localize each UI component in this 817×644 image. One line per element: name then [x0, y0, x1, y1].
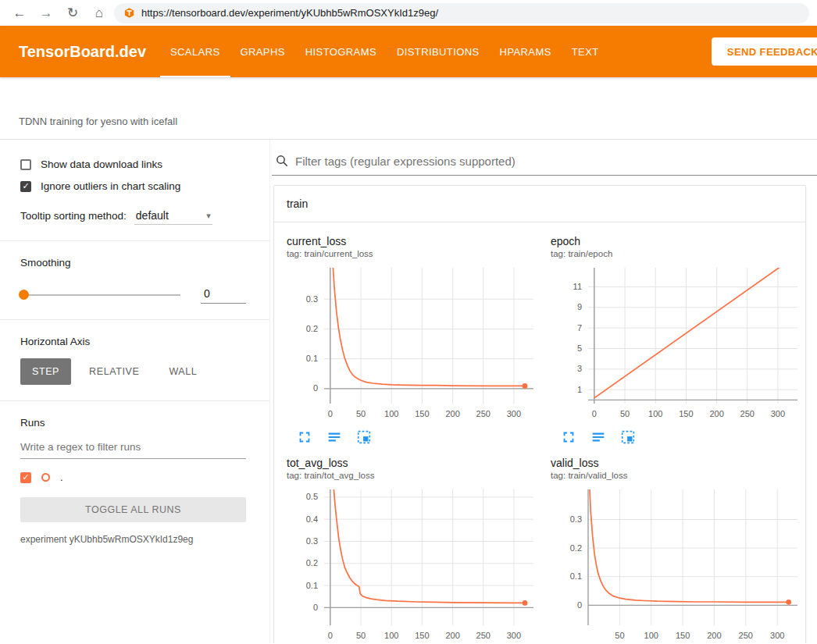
send-feedback-button[interactable]: SEND FEEDBACK: [712, 37, 817, 66]
svg-text:0.2: 0.2: [570, 543, 582, 553]
tag-group-header[interactable]: train: [274, 186, 805, 222]
svg-text:3: 3: [577, 364, 582, 373]
chart-plot[interactable]: 00.10.20.30.40.5050100150200250300: [287, 485, 538, 643]
search-icon: [275, 154, 289, 168]
experiment-note: experiment yKUbhb5wRmOSXYkId1z9eg: [20, 534, 246, 545]
checkbox-unchecked[interactable]: [20, 159, 31, 170]
chart-tag: tag: train/epoch: [551, 249, 802, 258]
svg-text:100: 100: [384, 409, 398, 418]
svg-text:50: 50: [615, 631, 624, 640]
chart-tag: tag: train/valid_loss: [551, 471, 802, 480]
chart-plot[interactable]: 1357911050100150200250300: [551, 263, 802, 427]
step-button[interactable]: STEP: [20, 358, 71, 385]
svg-text:11: 11: [573, 282, 582, 291]
forward-icon[interactable]: →: [34, 5, 58, 21]
svg-text:0.2: 0.2: [306, 558, 318, 568]
address-bar[interactable]: https://tensorboard.dev/experiment/yKUbh…: [114, 3, 809, 23]
chart-title: valid_loss: [551, 457, 802, 469]
tab-scalars[interactable]: SCALARS: [160, 26, 230, 77]
runs-label: Runs: [20, 417, 246, 429]
chart-toolbar: [551, 429, 802, 446]
svg-text:250: 250: [739, 631, 753, 640]
chart-toolbar: [287, 429, 538, 446]
tag-filter-input[interactable]: [295, 155, 815, 168]
tooltip-sorting-label: Tooltip sorting method:: [20, 210, 127, 222]
smoothing-value-field[interactable]: 0: [201, 286, 246, 304]
svg-text:0: 0: [592, 409, 597, 418]
chart-title: current_loss: [287, 235, 538, 247]
experiment-title: TDNN training for yesno with icefall: [19, 116, 177, 127]
tab-text[interactable]: TEXT: [562, 26, 609, 77]
tab-distributions[interactable]: DISTRIBUTIONS: [387, 26, 490, 77]
svg-text:0.3: 0.3: [570, 514, 582, 524]
ignore-outliers-row[interactable]: ✓ Ignore outliers in chart scaling: [20, 180, 246, 192]
svg-text:150: 150: [676, 631, 690, 640]
checkbox-label: Show data download links: [41, 158, 162, 170]
svg-text:300: 300: [507, 631, 521, 640]
runs-filter-input[interactable]: [20, 436, 246, 459]
data-table-icon[interactable]: [590, 429, 607, 446]
chart-plot[interactable]: 00.10.20.350100150200250300: [551, 485, 802, 643]
svg-text:300: 300: [507, 409, 521, 418]
tab-histograms[interactable]: HISTOGRAMS: [295, 26, 387, 77]
fullscreen-icon[interactable]: [560, 429, 577, 446]
run-color-swatch-icon: [41, 473, 50, 482]
divider: [0, 240, 269, 241]
fit-domain-icon[interactable]: [355, 429, 373, 446]
tab-graphs[interactable]: GRAPHS: [230, 26, 295, 77]
svg-text:200: 200: [709, 409, 723, 418]
horizontal-axis-label: Horizontal Axis: [20, 336, 246, 347]
svg-text:0: 0: [313, 383, 318, 393]
chart-card: epoch tag: train/epoch 13579110501001502…: [551, 235, 802, 446]
svg-text:0.1: 0.1: [306, 354, 318, 363]
wall-button[interactable]: WALL: [157, 358, 209, 385]
slider-thumb[interactable]: [19, 290, 29, 300]
svg-text:300: 300: [771, 409, 785, 418]
selected-value: default: [136, 209, 169, 222]
checkbox-checked[interactable]: ✓: [20, 181, 31, 192]
svg-text:200: 200: [707, 631, 721, 640]
back-icon[interactable]: ←: [8, 5, 31, 21]
data-table-icon[interactable]: [326, 429, 343, 446]
chart-plot[interactable]: 00.10.20.3050100150200250300: [287, 263, 538, 427]
svg-text:0.1: 0.1: [306, 581, 318, 590]
content: Show data download links ✓ Ignore outlie…: [0, 140, 817, 643]
svg-text:0: 0: [328, 409, 333, 418]
reload-icon[interactable]: ↻: [61, 5, 84, 21]
run-row[interactable]: ✓ .: [20, 471, 246, 483]
show-download-links-row[interactable]: Show data download links: [20, 158, 246, 170]
svg-text:0.3: 0.3: [306, 294, 318, 304]
run-name: .: [60, 471, 63, 483]
chart-card: current_loss tag: train/current_loss 00.…: [287, 235, 538, 446]
tab-hparams[interactable]: HPARAMS: [490, 26, 562, 77]
svg-text:1: 1: [577, 385, 582, 394]
chevron-down-icon: ▾: [206, 211, 211, 221]
svg-text:150: 150: [415, 631, 429, 640]
chart-tag: tag: train/tot_avg_loss: [287, 471, 538, 480]
svg-text:9: 9: [577, 302, 582, 311]
svg-text:50: 50: [356, 631, 366, 640]
svg-text:0: 0: [328, 631, 333, 640]
fullscreen-icon[interactable]: [296, 429, 313, 446]
svg-text:250: 250: [740, 409, 755, 418]
svg-text:200: 200: [445, 631, 459, 640]
relative-button[interactable]: RELATIVE: [77, 358, 151, 385]
run-checkbox[interactable]: ✓: [20, 472, 31, 483]
svg-text:150: 150: [679, 409, 693, 418]
svg-text:300: 300: [770, 631, 784, 640]
app-logo[interactable]: TensorBoard.dev: [19, 26, 146, 77]
svg-text:0.2: 0.2: [306, 324, 318, 333]
fit-domain-icon[interactable]: [619, 429, 637, 446]
tooltip-sorting-select[interactable]: default ▾: [134, 209, 212, 225]
toggle-all-runs-button[interactable]: TOGGLE ALL RUNS: [20, 497, 246, 522]
svg-text:0: 0: [577, 600, 582, 610]
smoothing-slider[interactable]: [20, 294, 180, 296]
top-nav: SCALARS GRAPHS HISTOGRAMS DISTRIBUTIONS …: [160, 26, 609, 77]
experiment-bar: TDNN training for yesno with icefall: [0, 77, 817, 140]
chart-title: epoch: [551, 235, 802, 247]
check-icon: ✓: [22, 182, 29, 190]
home-icon[interactable]: ⌂: [87, 5, 111, 21]
settings-sidebar: Show data download links ✓ Ignore outlie…: [0, 140, 270, 643]
url-text: https://tensorboard.dev/experiment/yKUbh…: [141, 7, 438, 19]
checkbox-label: Ignore outliers in chart scaling: [41, 180, 180, 192]
